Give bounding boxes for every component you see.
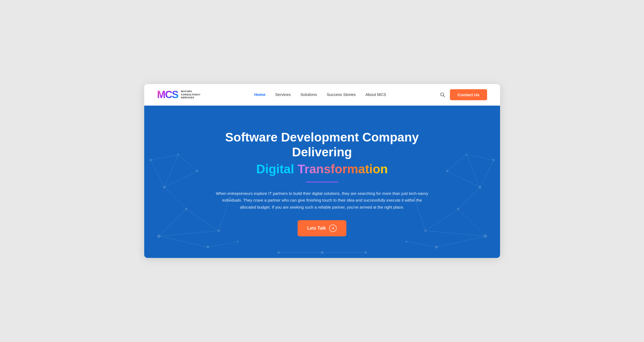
svg-point-3 [185,208,187,210]
svg-line-14 [164,171,197,187]
nav-link-success-stories[interactable]: Success Stories [327,92,356,97]
svg-line-13 [164,187,186,209]
nav-item-success-stories[interactable]: Success Stories [327,92,356,97]
svg-line-35 [458,187,480,209]
svg-line-15 [178,155,197,171]
svg-point-0 [441,93,444,96]
svg-point-32 [492,159,494,161]
svg-line-1 [443,96,445,97]
svg-line-19 [164,155,178,187]
svg-point-4 [163,186,166,189]
svg-point-2 [157,234,160,238]
logo-area: MCS MAYURA CONSULTANCY SERVICES [157,89,201,100]
lets-talk-label: Lets Talk [307,226,326,231]
nav-right: Contact Us [440,89,487,100]
svg-line-23 [151,155,178,160]
hero-divider [306,182,338,182]
logo-text: MAYURA CONSULTANCY SERVICES [181,90,201,99]
svg-line-44 [480,160,493,187]
svg-point-48 [364,251,367,254]
svg-point-47 [321,251,323,254]
svg-point-25 [457,208,459,210]
svg-line-41 [466,155,480,187]
svg-point-5 [196,170,198,172]
svg-line-42 [436,236,485,247]
digital-text: Digital [256,162,297,176]
browser-window: MCS MAYURA CONSULTANCY SERVICES Home Ser… [144,84,500,258]
svg-line-36 [447,171,480,187]
svg-line-20 [159,236,208,247]
svg-point-26 [478,186,481,189]
nav-link-about[interactable]: About MCS [366,92,386,97]
svg-point-28 [465,154,467,156]
logo-mcs: MCS [157,89,178,100]
contact-button[interactable]: Contact Us [450,89,487,100]
svg-line-12 [159,209,186,236]
svg-line-37 [447,155,466,171]
nav-link-services[interactable]: Services [275,92,291,97]
svg-line-34 [458,209,485,236]
svg-point-11 [237,241,239,242]
svg-point-9 [206,246,209,248]
nav-link-home[interactable]: Home [254,92,266,97]
navbar: MCS MAYURA CONSULTANCY SERVICES Home Ser… [144,84,500,106]
search-icon[interactable] [440,92,445,97]
hero-section: Software Development Company Delivering … [144,106,500,258]
hero-title: Software Development Company Delivering [201,130,443,160]
svg-line-21 [208,241,238,247]
nav-item-about[interactable]: About MCS [366,92,386,97]
svg-point-33 [405,241,407,242]
hero-subtitle: Digital Transformation [201,162,443,177]
nav-links: Home Services Solutions Success Stories … [254,92,386,97]
nav-item-solutions[interactable]: Solutions [300,92,317,97]
lets-talk-button[interactable]: Lets Talk [298,220,347,236]
nav-item-home[interactable]: Home [254,92,266,97]
arrow-circle-icon [329,224,337,232]
svg-point-6 [177,154,179,156]
svg-line-22 [151,160,164,187]
svg-point-24 [484,234,487,238]
hero-description: When entrepreneurs explore IT partners t… [214,190,430,211]
svg-point-27 [446,170,448,172]
svg-point-31 [435,246,438,248]
nav-link-solutions[interactable]: Solutions [300,92,317,97]
hero-content: Software Development Company Delivering … [201,130,443,236]
nav-item-services[interactable]: Services [275,92,291,97]
svg-point-10 [150,159,152,161]
svg-point-46 [277,251,280,254]
transformation-text: Transformation [298,162,388,176]
svg-line-43 [406,241,436,247]
svg-line-45 [466,155,493,160]
